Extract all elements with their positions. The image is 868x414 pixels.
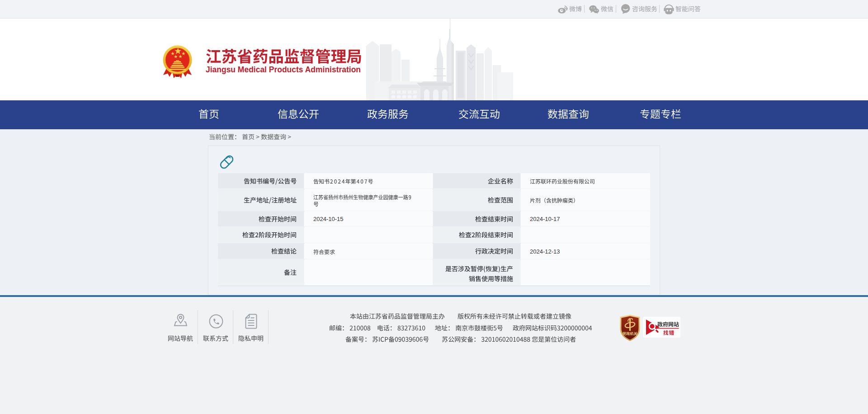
svg-text:Jiangsu Medical Products Admin: Jiangsu Medical Products Administration [206, 65, 361, 74]
